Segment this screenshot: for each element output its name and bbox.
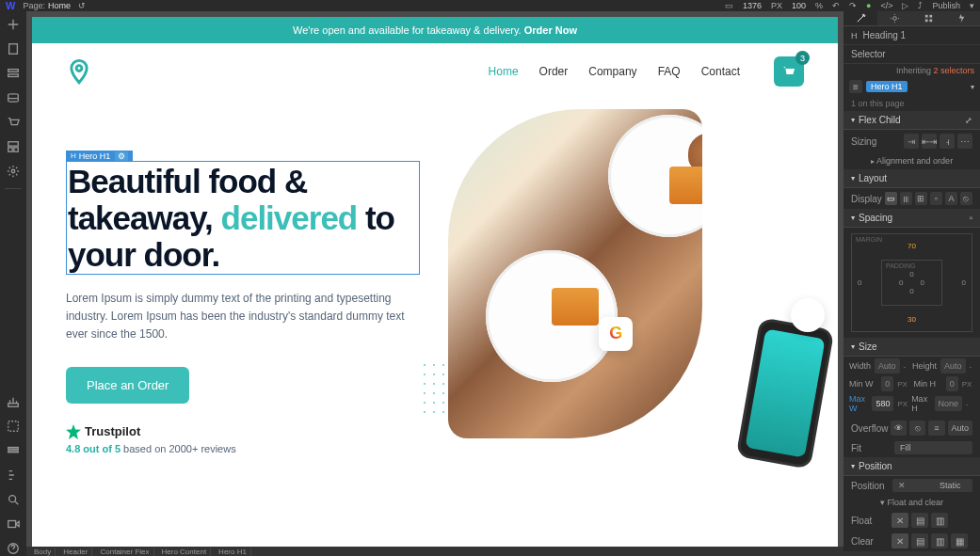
section-size[interactable]: Size	[843, 338, 980, 357]
style-tab[interactable]	[843, 11, 877, 25]
clear-right-icon[interactable]: ▥	[931, 533, 948, 548]
overflow-visible-icon[interactable]: 👁	[891, 421, 907, 436]
hero-heading[interactable]: Beautiful food & takeaway, delivered to …	[66, 161, 420, 276]
nav-faq[interactable]: FAQ	[658, 65, 681, 78]
grid-view-icon[interactable]	[6, 443, 21, 458]
overflow-auto[interactable]: Auto	[948, 421, 973, 436]
height-input[interactable]: Auto	[940, 358, 966, 373]
float-right-icon[interactable]: ▥	[931, 513, 948, 528]
audit-icon[interactable]	[6, 394, 21, 409]
crumb[interactable]: Header	[59, 548, 92, 556]
revert-icon[interactable]: ↺	[78, 1, 86, 10]
padding-left[interactable]: 0	[899, 278, 903, 287]
fit-select[interactable]: Fill	[894, 441, 972, 454]
help-icon[interactable]	[6, 541, 21, 556]
sizing-grow-icon[interactable]: ⇤⇥	[922, 134, 937, 149]
width-input[interactable]: Auto	[875, 358, 900, 373]
export-icon[interactable]: ⤴	[918, 1, 923, 10]
maxh-input[interactable]: None	[935, 396, 963, 411]
code-icon[interactable]: </>	[880, 1, 892, 10]
search-icon[interactable]	[6, 492, 21, 507]
redo-icon[interactable]: ↷	[849, 1, 857, 10]
selector-chevron-icon[interactable]: ▾	[971, 83, 974, 91]
spacing-editor[interactable]: MARGIN 70 0 PADDING 0 00 0 0 30	[851, 233, 972, 332]
navigator-icon[interactable]	[6, 66, 21, 81]
margin-right[interactable]: 0	[962, 278, 966, 287]
clear-both-icon[interactable]: ▦	[951, 533, 968, 548]
hero-paragraph[interactable]: Lorem Ipsum is simply dummy text of the …	[66, 290, 420, 344]
section-layout[interactable]: Layout	[843, 169, 980, 188]
float-clear-toggle[interactable]: Float and clear	[843, 495, 980, 510]
settings-tab[interactable]	[877, 11, 911, 25]
section-typography[interactable]: Typography	[843, 551, 980, 556]
site-logo[interactable]	[66, 58, 92, 85]
display-inlineblock-icon[interactable]: ▫	[930, 192, 942, 205]
cms-icon[interactable]	[6, 90, 21, 105]
sizing-more-icon[interactable]: ⋯	[957, 134, 972, 149]
crumb[interactable]: Hero H1	[215, 548, 251, 556]
alignment-toggle[interactable]: Alignment and order	[843, 152, 980, 169]
float-none-icon[interactable]: ✕	[892, 513, 908, 528]
display-flex-icon[interactable]: ⫼	[900, 192, 912, 205]
display-inline-icon[interactable]: A	[945, 192, 957, 205]
webflow-logo[interactable]: W	[6, 0, 15, 11]
zoom-value[interactable]: 100	[792, 1, 806, 10]
section-position[interactable]: Position	[843, 457, 980, 476]
announce-link[interactable]: Order Now	[524, 24, 577, 36]
cta-button[interactable]: Place an Order	[66, 367, 189, 404]
nav-company[interactable]: Company	[588, 65, 636, 78]
position-select[interactable]: ✕Static	[892, 479, 972, 492]
add-element-icon[interactable]	[6, 17, 21, 32]
nav-order[interactable]: Order	[539, 65, 569, 78]
manager-tab[interactable]	[912, 11, 946, 25]
preview-icon[interactable]: ▷	[902, 1, 908, 10]
inherit-row[interactable]: Inheriting 2 selectors	[843, 64, 980, 77]
crumb[interactable]: Hero Content	[158, 548, 212, 556]
publish-button[interactable]: Publish	[932, 1, 960, 10]
minw-input[interactable]: 0	[881, 376, 893, 391]
canvas-width[interactable]: 1376	[743, 1, 762, 10]
sizing-shrink-icon[interactable]: ⇥	[904, 134, 919, 149]
overflow-scroll-icon[interactable]: ≡	[928, 421, 944, 436]
ecommerce-icon[interactable]	[6, 115, 21, 130]
page-name[interactable]: Home	[48, 1, 71, 10]
crumb[interactable]: Body	[30, 548, 56, 556]
undo-icon[interactable]: ↶	[832, 1, 840, 10]
section-flex-child[interactable]: Flex Child⤢	[843, 111, 980, 130]
selector-type-icon[interactable]: ≡	[849, 80, 862, 93]
publish-chevron-icon[interactable]: ▾	[970, 1, 974, 10]
clear-left-icon[interactable]: ▤	[911, 533, 928, 548]
margin-left[interactable]: 0	[858, 278, 861, 287]
assets-icon[interactable]	[6, 139, 21, 154]
video-icon[interactable]	[6, 516, 21, 532]
display-block-icon[interactable]: ▭	[885, 192, 897, 205]
expand-icon[interactable]: ⤢	[965, 116, 972, 125]
crumb[interactable]: Container Flex	[96, 548, 153, 556]
layout-crop-icon[interactable]	[6, 419, 21, 434]
selector-input[interactable]: ≡ Hero H1 ▾	[843, 77, 980, 96]
float-left-icon[interactable]: ▤	[911, 513, 928, 528]
pages-icon[interactable]	[6, 41, 21, 56]
display-none-icon[interactable]: ⦸	[960, 192, 972, 205]
design-canvas[interactable]: We're open and available for takeaway & …	[26, 11, 843, 547]
check-icon[interactable]: ●	[866, 1, 871, 10]
bp-desktop-icon[interactable]: ▭	[725, 1, 733, 10]
margin-bottom[interactable]: 30	[858, 315, 966, 324]
maxw-input[interactable]: 580	[872, 396, 893, 411]
spacing-expand-icon[interactable]: ▫	[969, 213, 972, 223]
tree-icon[interactable]	[6, 468, 21, 483]
sizing-none-icon[interactable]: ⫞	[940, 134, 955, 149]
nav-contact[interactable]: Contact	[701, 65, 740, 78]
minh-input[interactable]: 0	[946, 376, 958, 391]
overflow-hidden-icon[interactable]: ⦸	[909, 421, 925, 436]
cart-button[interactable]: 3	[774, 56, 804, 87]
clear-none-icon[interactable]: ✕	[892, 533, 908, 548]
section-spacing[interactable]: Spacing▫	[843, 209, 980, 228]
selector-class-tag[interactable]: Hero H1	[866, 81, 908, 92]
padding-bottom[interactable]: 0	[899, 287, 924, 295]
padding-right[interactable]: 0	[921, 278, 924, 287]
interactions-tab[interactable]	[946, 11, 980, 25]
margin-top[interactable]: 70	[858, 242, 966, 250]
display-grid-icon[interactable]: ⊞	[915, 192, 927, 205]
selection-label[interactable]: Hero H1⚙	[66, 151, 133, 162]
